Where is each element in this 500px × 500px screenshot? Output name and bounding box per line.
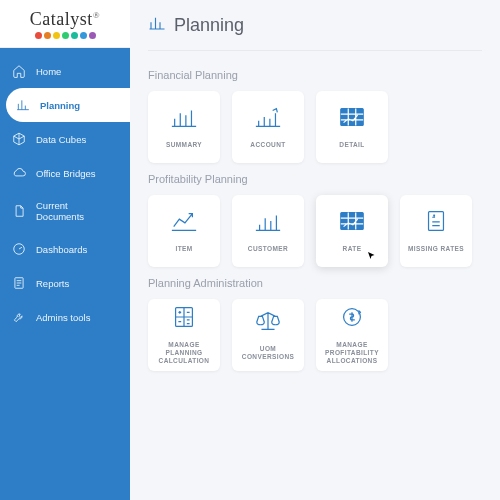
bar-chart-icon — [16, 98, 30, 112]
card-label: DETAIL — [335, 141, 368, 149]
trend-up-icon — [170, 209, 198, 237]
card-summary[interactable]: SUMMARY — [148, 91, 220, 163]
sidebar-nav: Home Planning Data Cubes Office Bridges … — [0, 48, 130, 334]
card-label: ACCOUNT — [246, 141, 289, 149]
grid-chart-icon — [338, 209, 366, 237]
card-detail[interactable]: DETAIL — [316, 91, 388, 163]
card-label: MANAGE PROFITABILITY ALLOCATIONS — [316, 341, 388, 364]
card-label: MANAGE PLANNING CALCULATION — [148, 341, 220, 364]
calculator-icon — [170, 305, 198, 333]
svg-rect-4 — [429, 212, 444, 231]
section-title-profitability: Profitability Planning — [148, 173, 482, 185]
card-row-profitability: ITEM CUSTOMER RATE MISSING RATES — [148, 195, 482, 267]
cloud-icon — [12, 166, 26, 180]
sidebar-item-label: Office Bridges — [36, 168, 96, 179]
sidebar-item-label: Planning — [40, 100, 80, 111]
card-missing-rates[interactable]: MISSING RATES — [400, 195, 472, 267]
tools-icon — [12, 310, 26, 324]
card-label: MISSING RATES — [404, 245, 468, 253]
card-uom-conversions[interactable]: UOM CONVERSIONS — [232, 299, 304, 371]
invoice-icon — [422, 209, 450, 237]
bar-chart-icon — [170, 105, 198, 133]
sidebar-item-planning[interactable]: Planning — [6, 88, 130, 122]
home-icon — [12, 64, 26, 78]
sidebar-item-office-bridges[interactable]: Office Bridges — [0, 156, 130, 190]
sidebar-item-data-cubes[interactable]: Data Cubes — [0, 122, 130, 156]
sidebar-item-label: Admins tools — [36, 312, 90, 323]
cube-icon — [12, 132, 26, 146]
card-rate[interactable]: RATE — [316, 195, 388, 267]
brand-dots-icon — [35, 32, 96, 39]
sidebar-item-reports[interactable]: Reports — [0, 266, 130, 300]
sidebar-item-label: Current Documents — [36, 200, 118, 222]
card-label: ITEM — [171, 245, 196, 253]
gauge-icon — [12, 242, 26, 256]
card-account[interactable]: ACCOUNT — [232, 91, 304, 163]
sidebar-item-label: Dashboards — [36, 244, 87, 255]
document-icon — [12, 204, 26, 218]
cursor-icon — [366, 249, 378, 261]
bar-chart-icon — [148, 14, 166, 36]
sidebar-item-label: Reports — [36, 278, 69, 289]
sidebar-item-current-documents[interactable]: Current Documents — [0, 190, 130, 232]
card-label: CUSTOMER — [244, 245, 292, 253]
card-label: RATE — [339, 245, 366, 253]
card-item[interactable]: ITEM — [148, 195, 220, 267]
sidebar: Catalyst® Home Planning Data Cubes Offic… — [0, 0, 130, 500]
sidebar-item-label: Data Cubes — [36, 134, 86, 145]
card-row-admin: MANAGE PLANNING CALCULATION UOM CONVERSI… — [148, 299, 482, 371]
growth-chart-icon — [254, 105, 282, 133]
sidebar-item-admin-tools[interactable]: Admins tools — [0, 300, 130, 334]
section-title-admin: Planning Administration — [148, 277, 482, 289]
page-header: Planning — [148, 14, 482, 51]
card-row-financial: SUMMARY ACCOUNT DETAIL — [148, 91, 482, 163]
card-label: SUMMARY — [162, 141, 206, 149]
card-customer[interactable]: CUSTOMER — [232, 195, 304, 267]
brand-name: Catalyst® — [30, 9, 100, 30]
report-icon — [12, 276, 26, 290]
cycle-dollar-icon — [338, 305, 366, 333]
grid-chart-icon — [338, 105, 366, 133]
bar-chart-icon — [254, 209, 282, 237]
brand-logo: Catalyst® — [0, 0, 130, 48]
main-content: Planning Financial Planning SUMMARY ACCO… — [130, 0, 500, 500]
card-manage-profitability-allocations[interactable]: MANAGE PROFITABILITY ALLOCATIONS — [316, 299, 388, 371]
sidebar-item-label: Home — [36, 66, 61, 77]
card-label: UOM CONVERSIONS — [232, 345, 304, 361]
section-title-financial: Financial Planning — [148, 69, 482, 81]
scale-icon — [254, 309, 282, 337]
card-manage-planning-calc[interactable]: MANAGE PLANNING CALCULATION — [148, 299, 220, 371]
sidebar-item-home[interactable]: Home — [0, 54, 130, 88]
sidebar-item-dashboards[interactable]: Dashboards — [0, 232, 130, 266]
page-title: Planning — [174, 15, 244, 36]
